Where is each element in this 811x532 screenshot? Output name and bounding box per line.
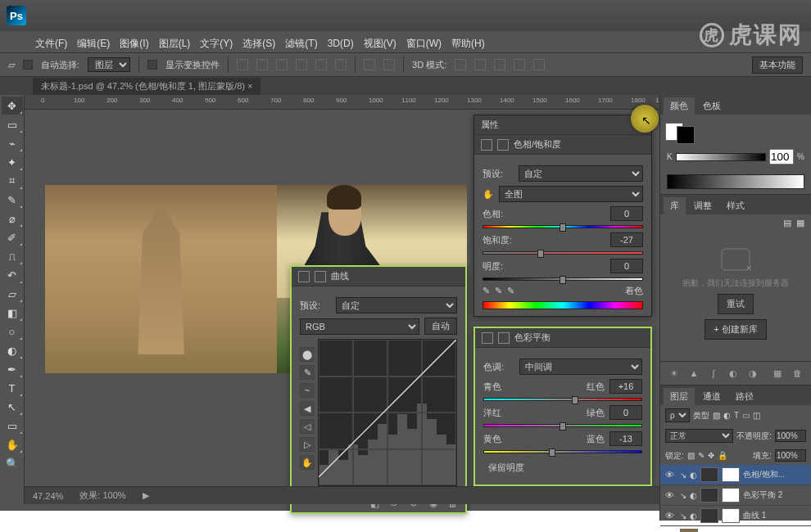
- dodge-tool[interactable]: ◐: [2, 341, 23, 359]
- adj-vibrance-icon[interactable]: ◑: [745, 367, 760, 380]
- status-chevron-icon[interactable]: ▶: [143, 490, 149, 501]
- menu-layer[interactable]: 图层(L): [155, 35, 195, 52]
- menu-3d[interactable]: 3D(D): [324, 36, 358, 51]
- hand-icon[interactable]: ✋: [483, 189, 494, 200]
- menu-help[interactable]: 帮助(H): [447, 35, 489, 52]
- path-select-tool[interactable]: ↖: [2, 398, 23, 416]
- menu-view[interactable]: 视图(V): [360, 35, 401, 52]
- curve-eyedrop-white[interactable]: ▷: [300, 437, 315, 452]
- filter-kind[interactable]: ρ: [665, 408, 690, 422]
- mg-slider[interactable]: [483, 424, 642, 427]
- eyedropper-tool[interactable]: ✎: [2, 191, 23, 209]
- visibility-icon[interactable]: 👁: [665, 470, 677, 480]
- filter-img-icon[interactable]: ▧: [713, 411, 720, 420]
- eyedropper-plus-icon[interactable]: ✎: [495, 286, 502, 296]
- paths-tab[interactable]: 路径: [729, 388, 760, 405]
- filter-type-icon[interactable]: T: [734, 411, 739, 420]
- curve-graph[interactable]: [318, 339, 457, 486]
- light-slider[interactable]: [483, 277, 643, 281]
- menu-filter[interactable]: 滤镜(T): [281, 35, 321, 52]
- properties-tab[interactable]: 属性: [481, 119, 499, 131]
- curve-smooth-tool[interactable]: ~: [300, 383, 315, 398]
- curves-channel-select[interactable]: RGB: [300, 318, 419, 335]
- adjust-tab[interactable]: 调整: [687, 197, 718, 214]
- create-lib-button[interactable]: + 创建新库: [705, 319, 766, 340]
- curves-auto-button[interactable]: 自动: [424, 318, 457, 335]
- menu-image[interactable]: 图像(I): [116, 35, 152, 52]
- move-tool[interactable]: ✥: [2, 97, 23, 115]
- adj-curves-icon[interactable]: ∫: [706, 367, 721, 380]
- close-tab-icon[interactable]: ×: [247, 81, 252, 91]
- curves-preset-select[interactable]: 自定: [336, 297, 457, 313]
- adj-levels-icon[interactable]: ▲: [686, 367, 701, 380]
- curve-eyedrop-gray[interactable]: ◁: [300, 419, 315, 434]
- tone-select[interactable]: 中间调: [519, 358, 642, 375]
- layer-row[interactable]: 👁↘◐色彩平衡 2: [660, 485, 811, 506]
- adj-trash-icon[interactable]: 🗑: [790, 367, 804, 380]
- layer-row[interactable]: 👁↘◐曲线 1: [660, 506, 811, 526]
- swatch-tab[interactable]: 色板: [696, 97, 727, 115]
- stamp-tool[interactable]: ⎍: [2, 247, 23, 265]
- cr-input[interactable]: [609, 379, 642, 394]
- eyedropper-icon[interactable]: ✎: [483, 286, 490, 296]
- curve-pencil-tool[interactable]: ✎: [300, 365, 315, 380]
- blend-mode[interactable]: 正常: [665, 429, 733, 443]
- k-slider[interactable]: [676, 153, 766, 161]
- opacity-input[interactable]: [775, 430, 806, 442]
- eyedropper-minus-icon[interactable]: ✎: [507, 286, 514, 296]
- 3d-zoom-icon[interactable]: [533, 59, 545, 70]
- lock-pos-icon[interactable]: ✥: [708, 451, 714, 460]
- wand-tool[interactable]: ✦: [2, 153, 23, 171]
- menu-window[interactable]: 窗口(W): [402, 35, 446, 52]
- adj-more-icon[interactable]: ▦: [770, 367, 785, 380]
- preset-select[interactable]: 自定: [519, 165, 643, 182]
- 3d-roll-icon[interactable]: [474, 59, 486, 70]
- lock-paint-icon[interactable]: ✎: [698, 451, 705, 460]
- hand-tool[interactable]: ✋: [2, 435, 23, 453]
- curves-panel[interactable]: 曲线 预设:自定 RGB自动 ⬤ ✎ ~ ◀ ◁ ▷ ✋: [290, 265, 467, 514]
- light-input[interactable]: [610, 259, 643, 273]
- retry-button[interactable]: 重试: [718, 294, 754, 314]
- yb-input[interactable]: [609, 431, 642, 446]
- yb-slider[interactable]: [483, 450, 642, 453]
- curve-eyedrop-black[interactable]: ◀: [300, 401, 315, 416]
- align-right-icon[interactable]: [276, 59, 288, 70]
- menu-edit[interactable]: 编辑(E): [73, 35, 114, 52]
- grid-view-icon[interactable]: ▦: [796, 218, 804, 228]
- hue-slider[interactable]: [483, 225, 643, 228]
- filter-adj-icon[interactable]: ◐: [723, 411, 731, 420]
- menu-type[interactable]: 文字(Y): [196, 35, 237, 52]
- blur-tool[interactable]: ○: [2, 322, 23, 340]
- lib-tab[interactable]: 库: [664, 197, 686, 214]
- range-select[interactable]: 全图: [499, 186, 643, 202]
- document-tab[interactable]: 未标题-1.psd @ 47.2% (色相/饱和度 1, 图层蒙版/8) ×: [33, 78, 261, 95]
- align-top-icon[interactable]: [296, 59, 307, 70]
- 3d-pan-icon[interactable]: [494, 59, 505, 70]
- style-tab[interactable]: 样式: [720, 197, 751, 214]
- filter-smart-icon[interactable]: ◫: [753, 411, 760, 420]
- heal-tool[interactable]: ⌀: [2, 210, 23, 228]
- layer-row[interactable]: 👁↘◐色相/饱和...: [660, 465, 811, 485]
- fill-input[interactable]: [775, 449, 806, 462]
- menu-select[interactable]: 选择(S): [238, 35, 279, 52]
- 3d-slide-icon[interactable]: [514, 59, 525, 70]
- zoom-value[interactable]: 47.24%: [33, 491, 63, 501]
- mg-input[interactable]: [609, 405, 642, 420]
- history-brush-tool[interactable]: ↶: [2, 266, 23, 284]
- layer-name[interactable]: 色相/饱和...: [743, 469, 785, 480]
- align-left-icon[interactable]: [237, 59, 248, 70]
- menu-file[interactable]: 文件(F): [31, 35, 71, 52]
- distribute-v-icon[interactable]: [383, 59, 395, 70]
- hue-input[interactable]: [610, 206, 643, 221]
- align-center-icon[interactable]: [256, 59, 268, 70]
- distribute-h-icon[interactable]: [364, 59, 375, 70]
- pen-tool[interactable]: ✒: [2, 360, 23, 378]
- channels-tab[interactable]: 通道: [696, 388, 727, 405]
- color-tab[interactable]: 颜色: [664, 97, 695, 115]
- lock-all-icon[interactable]: 🔒: [718, 451, 727, 460]
- crop-tool[interactable]: ⌗: [2, 172, 23, 190]
- curve-hand-tool[interactable]: ✋: [300, 455, 315, 470]
- type-tool[interactable]: T: [2, 379, 23, 397]
- workspace-switcher[interactable]: 基本功能: [752, 56, 803, 74]
- visibility-icon[interactable]: 👁: [665, 490, 677, 500]
